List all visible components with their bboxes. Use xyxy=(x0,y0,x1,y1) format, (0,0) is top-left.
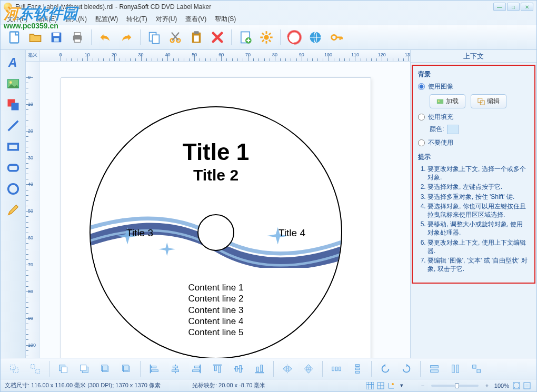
menu-edit[interactable]: 编辑(E) xyxy=(33,14,60,25)
radio-use-none[interactable]: 不要使用 xyxy=(418,138,529,147)
menu-view[interactable]: 查看(V) xyxy=(182,14,210,25)
align-bottom-button[interactable] xyxy=(250,359,269,378)
svg-rect-33 xyxy=(11,365,15,369)
rotate-left-button[interactable] xyxy=(376,359,395,378)
radio-use-image[interactable]: 使用图像 xyxy=(418,82,529,91)
svg-rect-54 xyxy=(240,365,242,372)
forward-button[interactable] xyxy=(96,359,115,378)
hints-list: 要更改对象上下文, 选择一个或多个对象. 要选择对象, 左键点按于它. 要选择多… xyxy=(418,165,529,273)
svg-rect-65 xyxy=(452,365,455,373)
menu-help[interactable]: 帮助(S) xyxy=(212,14,239,25)
shapes-tool[interactable] xyxy=(4,95,23,114)
context-panel: 上下文 背景 使用图像 加载 编辑 使用填充 颜色: 不要使用 提示 要更改对象… xyxy=(410,50,536,358)
zoom-out-icon[interactable]: − xyxy=(419,381,427,390)
menu-insert[interactable]: 插入(N) xyxy=(62,14,90,25)
fullscreen-icon[interactable] xyxy=(523,381,531,390)
disc-title-1[interactable]: Title 1 xyxy=(91,139,341,165)
rotate-right-button[interactable] xyxy=(397,359,416,378)
text-tool[interactable]: A xyxy=(4,53,23,72)
copy-button[interactable] xyxy=(145,28,164,47)
load-button[interactable]: 加载 xyxy=(430,94,465,108)
canvas[interactable]: Title 1 Title 2 Title 3 Title 4 Content … xyxy=(39,62,410,358)
svg-point-23 xyxy=(9,81,12,84)
web-button[interactable] xyxy=(306,28,325,47)
svg-rect-59 xyxy=(339,367,341,370)
ellipse-tool[interactable] xyxy=(4,179,23,198)
svg-rect-2 xyxy=(53,33,59,36)
svg-rect-5 xyxy=(74,33,81,36)
menu-convert[interactable]: 转化(T) xyxy=(123,14,150,25)
cut-button[interactable] xyxy=(166,28,185,47)
svg-rect-57 xyxy=(332,367,334,370)
image-tool[interactable] xyxy=(4,74,23,93)
disc-hole xyxy=(197,214,234,251)
color-swatch[interactable] xyxy=(447,125,459,134)
menu-file[interactable]: 文件(F) xyxy=(4,14,31,25)
distribute-h-button[interactable] xyxy=(327,359,346,378)
guides-icon[interactable] xyxy=(387,381,395,390)
distribute-v-button[interactable] xyxy=(348,359,367,378)
same-height-button[interactable] xyxy=(446,359,465,378)
flip-v-button[interactable] xyxy=(299,359,318,378)
page: Title 1 Title 2 Title 3 Title 4 Content … xyxy=(61,77,371,358)
flip-h-button[interactable] xyxy=(278,359,297,378)
work-area: A 毫米 0102030405060708090100110120130 010… xyxy=(1,50,536,358)
bring-front-button[interactable] xyxy=(54,359,73,378)
close-button[interactable]: ✕ xyxy=(521,3,533,11)
svg-rect-68 xyxy=(477,369,480,372)
disc-content[interactable]: Content line 1 Content line 2 Content li… xyxy=(91,282,341,338)
edit-button[interactable]: 编辑 xyxy=(471,94,506,108)
disc-title-3[interactable]: Title 3 xyxy=(126,227,153,239)
align-top-button[interactable] xyxy=(208,359,227,378)
align-left-button[interactable] xyxy=(145,359,164,378)
svg-point-20 xyxy=(332,35,336,39)
roundrect-tool[interactable] xyxy=(4,158,23,177)
vertical-ruler[interactable]: 0102030405060708090100110 xyxy=(26,62,39,358)
maximize-button[interactable]: □ xyxy=(507,3,520,11)
svg-rect-52 xyxy=(218,366,221,373)
radio-use-fill[interactable]: 使用填充 xyxy=(418,113,529,122)
zoom-slider[interactable] xyxy=(431,385,479,387)
open-button[interactable] xyxy=(26,28,45,47)
snap-icon[interactable] xyxy=(376,381,385,390)
status-doc-size: 文档尺寸: 116.00 x 116.00 毫米 (300 DPI); 1370… xyxy=(5,381,161,389)
menu-layout[interactable]: 配置(W) xyxy=(92,14,121,25)
save-button[interactable] xyxy=(47,28,66,47)
rect-tool[interactable] xyxy=(4,137,23,156)
same-width-button[interactable] xyxy=(425,359,444,378)
align-middle-v-button[interactable] xyxy=(229,359,248,378)
print-button[interactable] xyxy=(68,28,87,47)
svg-point-16 xyxy=(264,35,268,39)
new-button[interactable] xyxy=(5,28,24,47)
fit-icon[interactable] xyxy=(512,381,521,390)
redo-button[interactable] xyxy=(117,28,136,47)
backward-button[interactable] xyxy=(117,359,136,378)
send-back-button[interactable] xyxy=(75,359,94,378)
align-center-h-button[interactable] xyxy=(166,359,185,378)
key-button[interactable] xyxy=(327,28,346,47)
group-button[interactable] xyxy=(5,359,24,378)
delete-button[interactable] xyxy=(208,28,227,47)
horizontal-ruler[interactable]: 0102030405060708090100110120130 xyxy=(39,50,410,62)
import-button[interactable] xyxy=(236,28,255,47)
align-right-button[interactable] xyxy=(187,359,206,378)
menu-align[interactable]: 对齐(U) xyxy=(153,14,181,25)
zoom-in-icon[interactable]: + xyxy=(483,381,491,390)
pencil-tool[interactable] xyxy=(4,200,23,219)
arrow-down-icon[interactable]: ▾ xyxy=(397,381,406,390)
disc-title-4[interactable]: Title 4 xyxy=(279,227,305,239)
minimize-button[interactable]: — xyxy=(493,3,506,11)
svg-rect-58 xyxy=(335,367,337,370)
grid-icon[interactable] xyxy=(366,381,374,390)
svg-rect-55 xyxy=(257,367,259,371)
settings-button[interactable] xyxy=(257,28,276,47)
same-size-button[interactable] xyxy=(467,359,486,378)
help-button[interactable] xyxy=(285,28,304,47)
line-tool[interactable] xyxy=(4,116,23,135)
svg-point-30 xyxy=(438,100,440,102)
disc-title-2[interactable]: Title 2 xyxy=(91,166,341,184)
undo-button[interactable] xyxy=(96,28,115,47)
disc-label[interactable]: Title 1 Title 2 Title 3 Title 4 Content … xyxy=(90,106,342,358)
ungroup-button[interactable] xyxy=(26,359,45,378)
paste-button[interactable] xyxy=(187,28,206,47)
